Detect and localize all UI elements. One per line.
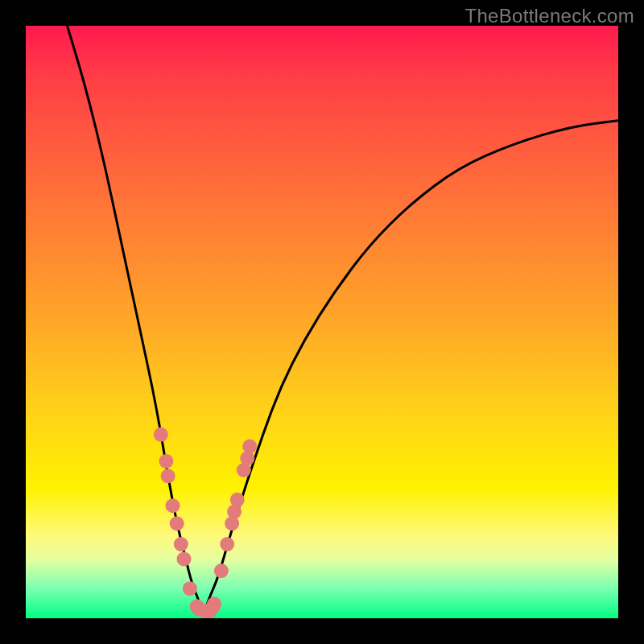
plot-area [26, 26, 618, 618]
chart-frame: TheBottleneck.com [0, 0, 644, 644]
watermark-label: TheBottleneck.com [464, 5, 634, 27]
data-point [207, 597, 221, 611]
data-point [161, 469, 175, 483]
bottleneck-curve [68, 26, 618, 610]
data-point [183, 581, 197, 596]
data-point [154, 427, 168, 442]
data-point [214, 564, 229, 578]
data-point [170, 516, 184, 530]
data-point [166, 498, 180, 513]
data-point [174, 537, 188, 551]
data-point [230, 493, 245, 507]
data-point [177, 551, 192, 566]
data-point [159, 454, 173, 469]
data-point [220, 537, 234, 551]
data-points [154, 427, 257, 618]
chart-svg [26, 26, 618, 618]
data-point [242, 440, 257, 454]
